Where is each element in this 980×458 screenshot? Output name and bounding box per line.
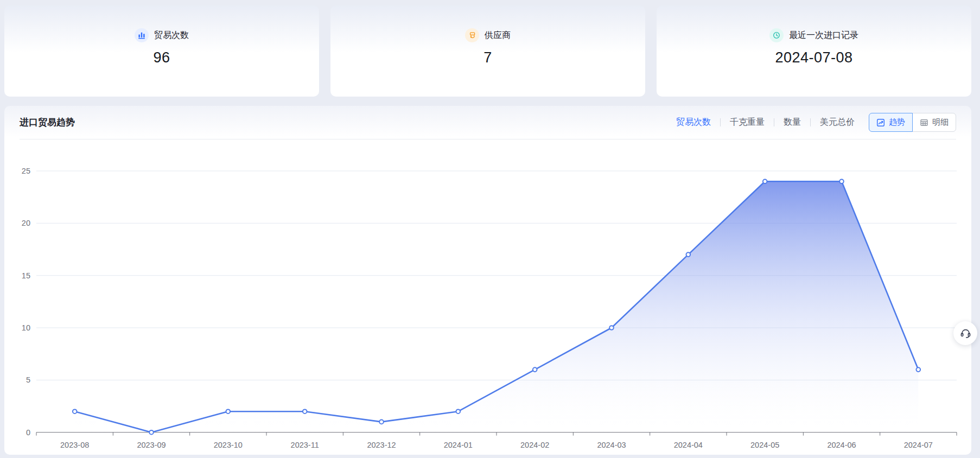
svg-text:2024-07: 2024-07: [904, 441, 933, 449]
view-toggle: 趋势 明细: [869, 113, 956, 132]
tab-trade-count[interactable]: 贸易次数: [676, 117, 711, 128]
svg-text:2023-09: 2023-09: [137, 441, 166, 449]
svg-text:2024-05: 2024-05: [750, 441, 779, 449]
import-trade-dashboard: 贸易次数 96 供应商 7: [0, 0, 980, 458]
stat-card-trade-count: 贸易次数 96: [4, 5, 319, 97]
trend-panel-header: 进口贸易趋势 贸易次数 千克重量 数量 美元总价: [20, 106, 956, 139]
stat-card-label: 供应商: [485, 30, 511, 41]
svg-text:15: 15: [22, 271, 30, 280]
clock-icon: [769, 28, 784, 42]
tab-usd-total[interactable]: 美元总价: [820, 117, 855, 128]
svg-text:2024-06: 2024-06: [827, 441, 856, 449]
toggle-detail-view[interactable]: 明细: [912, 113, 956, 132]
stat-card-suppliers: 供应商 7: [330, 5, 645, 97]
tab-quantity[interactable]: 数量: [784, 117, 801, 128]
tab-separator: [810, 118, 811, 126]
stat-card-latest-import: 最近一次进口记录 2024-07-08: [657, 5, 971, 97]
metric-tabs: 贸易次数 千克重量 数量 美元总价: [676, 117, 855, 128]
bar-chart-icon: [135, 28, 149, 42]
toggle-trend-view[interactable]: 趋势: [869, 113, 913, 132]
svg-text:0: 0: [26, 428, 30, 437]
svg-text:2024-03: 2024-03: [597, 441, 626, 449]
stat-card-value: 7: [483, 49, 492, 66]
svg-text:2024-02: 2024-02: [520, 441, 549, 449]
svg-text:2023-12: 2023-12: [367, 441, 396, 449]
stat-card-header: 供应商: [465, 28, 511, 42]
stats-row: 贸易次数 96 供应商 7: [4, 5, 971, 97]
svg-text:5: 5: [26, 376, 30, 384]
svg-text:2024-04: 2024-04: [674, 441, 703, 449]
stat-card-header: 最近一次进口记录: [769, 28, 858, 42]
stat-card-label: 贸易次数: [154, 30, 189, 41]
stat-card-value: 96: [153, 49, 170, 66]
panel-title: 进口贸易趋势: [20, 116, 75, 129]
tab-separator: [774, 118, 774, 126]
toggle-label: 趋势: [889, 117, 905, 128]
trend-controls: 贸易次数 千克重量 数量 美元总价: [676, 113, 956, 132]
svg-text:2024-01: 2024-01: [444, 441, 473, 449]
svg-text:2023-11: 2023-11: [291, 441, 319, 449]
svg-text:2023-10: 2023-10: [214, 441, 243, 449]
supplier-shop-icon: [465, 28, 479, 42]
svg-text:2023-08: 2023-08: [60, 441, 89, 449]
tab-kg-weight[interactable]: 千克重量: [730, 117, 765, 128]
toggle-label: 明细: [932, 117, 949, 128]
svg-text:25: 25: [22, 167, 30, 175]
svg-text:10: 10: [22, 323, 30, 332]
stat-card-header: 贸易次数: [135, 28, 189, 42]
tab-separator: [720, 118, 721, 126]
trend-chart-icon: [876, 118, 885, 127]
trend-chart: 05101520252023-082023-092023-102023-1120…: [4, 140, 971, 455]
table-icon: [920, 118, 928, 127]
trend-panel: 进口贸易趋势 贸易次数 千克重量 数量 美元总价: [4, 106, 971, 455]
stat-card-label: 最近一次进口记录: [789, 30, 858, 41]
stat-card-value: 2024-07-08: [775, 49, 852, 66]
help-button[interactable]: [953, 321, 977, 345]
svg-text:20: 20: [22, 219, 30, 227]
headset-icon: [959, 327, 972, 340]
